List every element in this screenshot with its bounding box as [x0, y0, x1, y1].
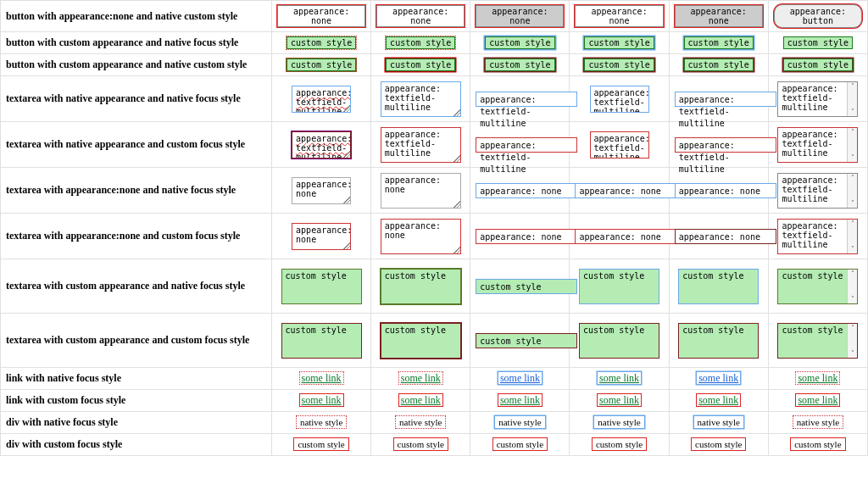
resize-handle-icon[interactable]	[343, 242, 350, 249]
button-custom-style[interactable]: custom style	[386, 36, 455, 49]
button-custom-style[interactable]: custom style	[684, 36, 754, 49]
button-custom-style[interactable]: custom style	[386, 58, 455, 71]
scrollbar-icon[interactable]: ˄˅	[847, 82, 857, 116]
textarea-none[interactable]: appearance: none	[575, 229, 676, 244]
div-custom[interactable]: custom style	[394, 438, 448, 450]
resize-handle-icon[interactable]	[453, 247, 460, 253]
link[interactable]: some link	[697, 394, 740, 406]
button-custom-style[interactable]: custom style	[485, 58, 554, 71]
button-appearance-none[interactable]: appearance: none	[376, 5, 465, 27]
textarea-native[interactable]: appearance: textfield- multiline˄˅	[777, 127, 858, 163]
textarea-none[interactable]: appearance: none	[575, 183, 676, 198]
resize-handle-icon[interactable]	[343, 105, 350, 112]
scrollbar-icon[interactable]: ˄˅	[847, 128, 857, 162]
textarea-none[interactable]: appearance: none	[476, 183, 577, 198]
resize-handle-icon[interactable]	[343, 197, 350, 203]
div-native[interactable]: native style	[396, 416, 445, 428]
button-custom-style[interactable]: custom style	[287, 58, 356, 71]
textarea-none[interactable]: appearance: none	[292, 223, 351, 250]
textarea-native[interactable]: appearance: textfield-multiline	[675, 92, 776, 107]
textarea-native[interactable]: appearance: textfield- multiline	[381, 127, 461, 163]
resize-handle-icon[interactable]	[453, 155, 460, 162]
textarea-native[interactable]: appearance: textfield-multiline	[476, 137, 577, 153]
div-custom[interactable]: custom style	[493, 438, 547, 450]
textarea-native[interactable]: appearance: textfield- multiline	[292, 86, 351, 113]
button-custom-style[interactable]: custom style	[783, 58, 853, 71]
textarea-native[interactable]: appearance: textfield- multiline˄˅	[777, 81, 858, 117]
textarea-none[interactable]: appearance: none	[675, 229, 776, 244]
row-label: button with appearance:none and native c…	[1, 1, 272, 32]
button-appearance-none[interactable]: appearance: none	[675, 5, 763, 27]
textarea-custom[interactable]: custom style˄˅	[777, 269, 858, 304]
textarea-native[interactable]: appearance: textfield- multiline	[590, 131, 649, 159]
div-custom[interactable]: custom style	[294, 438, 348, 450]
button-custom-style[interactable]: custom style	[287, 36, 356, 49]
textarea-custom[interactable]: custom style	[281, 323, 362, 359]
link[interactable]: some link	[796, 372, 839, 384]
button-appearance-none[interactable]: appearance: none	[476, 5, 564, 27]
textarea-custom[interactable]: custom style	[678, 269, 759, 304]
row-label: div with native focus style	[1, 412, 272, 434]
resize-handle-icon[interactable]	[453, 201, 460, 208]
button-custom-style[interactable]: custom style	[684, 58, 754, 71]
div-custom[interactable]: custom style	[692, 438, 745, 450]
button-appearance-button[interactable]: appearance: button	[774, 4, 862, 28]
link[interactable]: some link	[598, 372, 641, 384]
textarea-native[interactable]: appearance: textfield- multiline	[292, 131, 351, 159]
textarea-none[interactable]: appearance: none	[381, 219, 461, 254]
button-custom-style[interactable]: custom style	[584, 36, 654, 49]
textarea-custom[interactable]: custom style	[381, 323, 461, 359]
link[interactable]: some link	[498, 394, 542, 406]
div-native[interactable]: native style	[297, 416, 346, 428]
textarea-native[interactable]: appearance: textfield- multiline	[590, 86, 649, 113]
resize-handle-icon[interactable]	[453, 109, 460, 116]
div-native[interactable]: native style	[793, 416, 843, 428]
button-appearance-none[interactable]: appearance: none	[575, 5, 663, 27]
textarea-custom[interactable]: custom style	[281, 269, 362, 304]
textarea-custom[interactable]: custom style	[579, 323, 659, 359]
row-label: textarea with appearance:none and custom…	[1, 214, 272, 259]
resize-handle-icon[interactable]	[343, 151, 350, 158]
textarea-custom[interactable]: custom style	[476, 333, 577, 348]
row-label: div with custom focus style	[1, 434, 272, 456]
link[interactable]: some link	[598, 394, 641, 406]
div-custom[interactable]: custom style	[593, 438, 646, 450]
button-appearance-none[interactable]: appearance: none	[277, 5, 365, 27]
textarea-none[interactable]: appearance: textfield- multiline˄˅	[777, 173, 858, 209]
textarea-custom[interactable]: custom style	[678, 323, 759, 359]
button-custom-style[interactable]: custom style	[783, 36, 853, 49]
button-custom-style[interactable]: custom style	[584, 58, 654, 71]
div-native[interactable]: native style	[495, 416, 544, 428]
div-native[interactable]: native style	[594, 416, 643, 428]
textarea-custom[interactable]: custom style˄˅	[777, 323, 858, 359]
textarea-none[interactable]: appearance: none	[675, 183, 776, 198]
scrollbar-icon[interactable]: ˄˅	[847, 270, 857, 303]
textarea-none[interactable]: appearance: none	[292, 177, 351, 204]
link[interactable]: some link	[300, 372, 343, 384]
row-label: link with custom focus style	[1, 390, 272, 412]
row-label: textarea with appearance:none and native…	[1, 168, 272, 214]
div-native[interactable]: native style	[694, 416, 743, 428]
scrollbar-icon[interactable]: ˄˅	[847, 174, 857, 208]
link[interactable]: some link	[697, 372, 740, 384]
row-label: textarea with custom appearance and cust…	[1, 314, 272, 368]
textarea-native[interactable]: appearance: textfield-multiline	[476, 92, 577, 107]
textarea-native[interactable]: appearance: textfield-multiline	[675, 137, 776, 153]
link[interactable]: some link	[399, 394, 442, 406]
link[interactable]: some link	[399, 372, 442, 384]
scrollbar-icon[interactable]: ˄˅	[847, 324, 857, 358]
row-label: textarea with native appearance and cust…	[1, 122, 272, 168]
link[interactable]: some link	[300, 394, 343, 406]
link[interactable]: some link	[498, 372, 542, 384]
textarea-native[interactable]: appearance: textfield- multiline	[381, 81, 461, 117]
scrollbar-icon[interactable]: ˄˅	[847, 220, 857, 253]
button-custom-style[interactable]: custom style	[485, 36, 554, 49]
textarea-custom[interactable]: custom style	[476, 279, 577, 294]
link[interactable]: some link	[796, 394, 839, 406]
textarea-custom[interactable]: custom style	[381, 269, 461, 304]
textarea-custom[interactable]: custom style	[579, 269, 659, 304]
div-custom[interactable]: custom style	[791, 438, 844, 450]
textarea-none[interactable]: appearance: none	[381, 173, 461, 209]
textarea-none[interactable]: appearance: textfield- multiline˄˅	[777, 219, 858, 254]
textarea-none[interactable]: appearance: none	[476, 229, 577, 244]
